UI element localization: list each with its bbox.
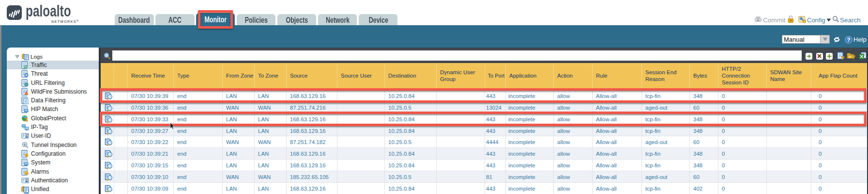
svg-text:?: ? [847,36,850,42]
